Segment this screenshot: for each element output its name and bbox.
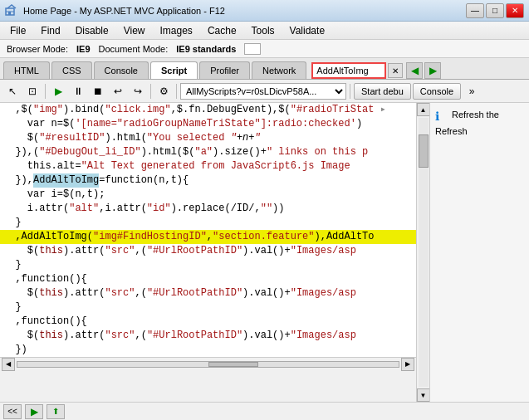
- app-icon: [5, 4, 18, 17]
- refresh-label: Refresh the: [452, 110, 499, 120]
- code-line: this.alt="Alt Text generated from JavaSc…: [0, 159, 416, 173]
- start-debug-button[interactable]: Start debu: [354, 83, 411, 100]
- info-icon: ℹ: [435, 110, 448, 123]
- play-button[interactable]: ▶: [49, 82, 67, 100]
- code-line: i.attr("alt",i.attr("id").replace(/ID/,"…: [0, 202, 416, 216]
- tab-nav-prev[interactable]: ◀: [406, 62, 423, 79]
- scroll-down-button[interactable]: ▼: [417, 388, 430, 402]
- svg-rect-2: [8, 12, 11, 15]
- code-line: }),("#DebugOut_li_ID").html($("a").size(…: [0, 145, 416, 159]
- tab-script[interactable]: Script: [150, 61, 198, 79]
- search-close-button[interactable]: ✕: [388, 63, 403, 78]
- menu-view[interactable]: View: [117, 23, 152, 38]
- toolbar-separator-1: [45, 84, 46, 99]
- tab-css[interactable]: CSS: [51, 61, 92, 79]
- window-title: Home Page - My ASP.NET MVC Application -…: [23, 6, 466, 16]
- doc-mode-label: Document Mode:: [99, 44, 169, 54]
- code-line: var n=$('[name="radioGroupNameTriState"]…: [0, 117, 416, 131]
- browser-mode-value: IE9: [76, 44, 91, 54]
- vertical-scrollbar[interactable]: ▲ ▼: [416, 103, 429, 402]
- toolbar-separator-2: [150, 84, 151, 99]
- code-line: $(this).attr("src",("#UrlRootPathID").va…: [0, 329, 416, 343]
- menu-cache[interactable]: Cache: [201, 23, 243, 38]
- step-over-button[interactable]: ↪: [129, 82, 147, 100]
- bottom-play-button[interactable]: ▶: [25, 404, 43, 419]
- toolbar-separator-4: [350, 84, 350, 99]
- menu-bar: File Find Disable View Images Cache Tool…: [0, 22, 529, 40]
- pause-button[interactable]: ⏸: [69, 82, 87, 100]
- right-panel: ℹ Refresh the Refresh: [429, 103, 529, 402]
- refresh-area: ℹ Refresh the: [433, 106, 526, 126]
- scroll-left-button[interactable]: ◀: [2, 358, 15, 371]
- step-into-button[interactable]: ↩: [109, 82, 127, 100]
- stop-button[interactable]: ⏹: [89, 82, 107, 100]
- toolbar-separator-3: [176, 84, 177, 99]
- cursor-tool-button[interactable]: ↖: [3, 82, 22, 100]
- code-line: }: [0, 300, 416, 315]
- code-line-yellow: ,AddAltToImg("img#FindHostingID","sectio…: [0, 230, 416, 244]
- bottom-up-button[interactable]: ⬆: [47, 404, 65, 419]
- refresh-text: Refresh the: [452, 110, 499, 120]
- browser-mode-label: Browser Mode:: [7, 44, 68, 54]
- code-line: $("#resultID").html("You selected "+n+": [0, 131, 416, 145]
- code-line: }: [0, 216, 416, 230]
- settings-button[interactable]: ⚙: [154, 82, 173, 100]
- code-line: }: [0, 258, 416, 272]
- select-tool-button[interactable]: ⊡: [23, 82, 42, 100]
- code-line: ,function(){: [0, 315, 416, 329]
- minimize-button[interactable]: —: [466, 3, 484, 18]
- doc-mode-value: IE9 standards: [176, 44, 236, 54]
- script-selector[interactable]: AllMyScripts?v=r0sLDicvP58A...: [180, 83, 346, 100]
- tab-network[interactable]: Network: [252, 61, 306, 79]
- menu-tools[interactable]: Tools: [245, 23, 282, 38]
- window-controls: — □ ✕: [466, 3, 524, 18]
- code-line-addalttoimg: }),AddAltToImg=function(n,t){: [0, 173, 416, 188]
- tab-bar: HTML CSS Console Script Profiler Network…: [0, 58, 529, 80]
- code-lines-area: ,$("img").bind("click.img",$.fn.DebugEve…: [0, 103, 416, 402]
- scroll-up-button[interactable]: ▲: [417, 103, 430, 116]
- menu-validate[interactable]: Validate: [283, 23, 331, 38]
- code-scroll[interactable]: ,$("img").bind("click.img",$.fn.DebugEve…: [0, 103, 416, 357]
- main-content: ,$("img").bind("click.img",$.fn.DebugEve…: [0, 103, 529, 402]
- tab-search-container: ✕ ◀ ▶: [311, 62, 441, 79]
- menu-images[interactable]: Images: [154, 23, 199, 38]
- code-line: $(this).attr("src",("#UrlRootPathID").va…: [0, 286, 416, 300]
- tab-profiler[interactable]: Profiler: [199, 61, 250, 79]
- code-line: }): [0, 343, 416, 357]
- code-area[interactable]: ,$("img").bind("click.img",$.fn.DebugEve…: [0, 103, 416, 357]
- horizontal-scrollbar[interactable]: ◀ ▶: [0, 357, 416, 370]
- info-bar: Browser Mode: IE9 Document Mode: IE9 sta…: [0, 40, 529, 58]
- menu-disable[interactable]: Disable: [69, 23, 115, 38]
- code-line: ,$("img").bind("click.img",$.fn.DebugEve…: [0, 103, 416, 117]
- tab-nav-buttons: ◀ ▶: [406, 62, 441, 79]
- maximize-button[interactable]: □: [486, 3, 504, 18]
- tab-console[interactable]: Console: [94, 61, 149, 79]
- expand-button[interactable]: »: [463, 82, 481, 100]
- tab-html[interactable]: HTML: [3, 61, 50, 79]
- tab-nav-next[interactable]: ▶: [424, 62, 441, 79]
- doc-mode-button[interactable]: [244, 43, 261, 55]
- menu-find[interactable]: Find: [34, 23, 66, 38]
- code-line: var i=$(n,t);: [0, 188, 416, 202]
- scroll-right-button[interactable]: ▶: [401, 358, 414, 371]
- close-button[interactable]: ✕: [506, 3, 524, 18]
- code-line: $(this).attr("src",("#UrlRootPathID").va…: [0, 244, 416, 258]
- toolbar: ↖ ⊡ ▶ ⏸ ⏹ ↩ ↪ ⚙ AllMyScripts?v=r0sLDicvP…: [0, 80, 529, 103]
- code-line: ,function(){: [0, 272, 416, 286]
- code-panel: ,$("img").bind("click.img",$.fn.DebugEve…: [0, 103, 429, 402]
- console-button[interactable]: Console: [413, 83, 461, 100]
- refresh-description: Refresh: [433, 126, 526, 136]
- bottom-bar: << ▶ ⬆: [0, 402, 529, 420]
- title-bar: Home Page - My ASP.NET MVC Application -…: [0, 0, 529, 22]
- search-input[interactable]: [311, 62, 386, 79]
- bottom-prev-button[interactable]: <<: [3, 404, 22, 419]
- menu-file[interactable]: File: [3, 23, 32, 38]
